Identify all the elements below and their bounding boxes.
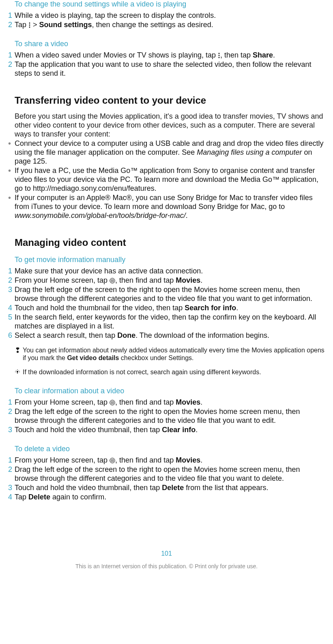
svg-point-8 — [112, 279, 113, 280]
step-text: Make sure that your device has an active… — [15, 267, 325, 275]
svg-point-41 — [113, 461, 114, 462]
step-row: 2 Drag the left edge of the screen to th… — [8, 407, 325, 425]
step-text: From your Home screen, tap , then find a… — [15, 456, 325, 465]
svg-point-36 — [111, 460, 112, 461]
svg-line-19 — [16, 370, 16, 371]
svg-point-31 — [113, 403, 114, 404]
step-number: 4 — [8, 303, 15, 312]
step-row: 1 From your Home screen, tap , then find… — [8, 398, 325, 407]
svg-line-20 — [19, 370, 19, 371]
paragraph: Before you start using the Movies applic… — [15, 112, 325, 139]
step-text: While a video is playing, tap the screen… — [15, 11, 325, 20]
step-number: 1 — [8, 456, 15, 465]
svg-point-28 — [113, 402, 114, 403]
step-number: 3 — [8, 285, 15, 303]
step-text: From your Home screen, tap , then find a… — [15, 276, 325, 285]
bullet-icon: • — [8, 139, 15, 166]
step-row: 2 From your Home screen, tap , then find… — [8, 276, 325, 285]
svg-point-25 — [113, 401, 114, 402]
step-number: 2 — [8, 20, 15, 29]
step-text: Touch and hold the video thumbnail, then… — [15, 425, 325, 434]
svg-point-26 — [111, 402, 112, 403]
svg-point-38 — [113, 460, 114, 461]
step-row: 4 Touch and hold the thumbnail for the v… — [8, 303, 325, 312]
step-number: 1 — [8, 51, 15, 60]
step-text: Tap > Sound settings, then change the se… — [15, 20, 325, 29]
step-text: Tap the application that you want to use… — [15, 60, 325, 78]
apps-grid-icon — [110, 400, 115, 405]
svg-point-24 — [112, 401, 113, 402]
svg-point-0 — [29, 23, 30, 24]
step-row: 2 Drag the left edge of the screen to th… — [8, 465, 325, 483]
note-row: ❢ You can get information about newly ad… — [15, 346, 325, 362]
svg-point-12 — [113, 280, 114, 281]
subheading-clearinfo: To clear information about a video — [15, 387, 325, 395]
step-row: 1 When a video saved under Movies or TV … — [8, 51, 325, 60]
bullet-text: If you have a PC, use the Media Go™ appl… — [15, 166, 325, 193]
step-text: Touch and hold the video thumbnail, then… — [15, 483, 325, 492]
page-number: 101 — [8, 550, 325, 557]
svg-point-5 — [219, 57, 220, 58]
step-number: 2 — [8, 276, 15, 285]
svg-point-34 — [112, 459, 113, 460]
step-row: 1 While a video is playing, tap the scre… — [8, 11, 325, 20]
lightbulb-icon — [15, 368, 23, 376]
step-text: Touch and hold the thumbnail for the vid… — [15, 303, 325, 312]
step-text: Select a search result, then tap Done. T… — [15, 331, 325, 340]
svg-rect-21 — [17, 373, 18, 373]
svg-point-40 — [112, 461, 113, 462]
step-text: Tap Delete again to confirm. — [15, 493, 325, 501]
step-number: 3 — [8, 425, 15, 434]
svg-point-30 — [112, 403, 113, 404]
heading-manage: Managing video content — [15, 237, 325, 248]
step-text: Drag the left edge of the screen to the … — [15, 285, 325, 303]
step-number: 1 — [8, 267, 15, 275]
svg-point-29 — [111, 403, 112, 404]
step-text: From your Home screen, tap , then find a… — [15, 398, 325, 407]
subheading-sound: To change the sound settings while a vid… — [15, 0, 325, 9]
step-row: 2 Tap the application that you want to u… — [8, 60, 325, 78]
svg-point-11 — [112, 280, 113, 281]
svg-point-33 — [111, 459, 112, 460]
step-row: 3 Touch and hold the video thumbnail, th… — [8, 425, 325, 434]
step-row: 1 Make sure that your device has an acti… — [8, 267, 325, 275]
svg-point-3 — [219, 53, 220, 54]
apps-grid-icon — [110, 458, 115, 463]
bullet-text: Connect your device to a computer using … — [15, 139, 325, 166]
step-number: 1 — [8, 398, 15, 407]
step-row: 3 Touch and hold the video thumbnail, th… — [8, 483, 325, 492]
exclamation-icon: ❢ — [15, 346, 23, 362]
subheading-delete: To delete a video — [15, 445, 325, 453]
bullet-row: • Connect your device to a computer usin… — [8, 139, 325, 166]
step-text: Drag the left edge of the screen to the … — [15, 407, 325, 425]
svg-point-39 — [111, 461, 112, 462]
bullet-row: • If your computer is an Apple® Mac®, yo… — [8, 193, 325, 220]
note-text: You can get information about newly adde… — [23, 346, 325, 362]
svg-point-37 — [112, 460, 113, 461]
svg-point-13 — [111, 281, 112, 282]
svg-point-4 — [219, 55, 220, 56]
svg-point-1 — [29, 25, 30, 26]
step-text: In the search field, enter keywords for … — [15, 313, 325, 331]
step-number: 1 — [8, 11, 15, 20]
bullet-row: • If you have a PC, use the Media Go™ ap… — [8, 166, 325, 193]
subheading-getinfo: To get movie information manually — [15, 256, 325, 264]
step-number: 2 — [8, 60, 15, 78]
step-number: 3 — [8, 483, 15, 492]
bullet-icon: • — [8, 166, 15, 193]
svg-point-15 — [113, 281, 114, 282]
svg-point-23 — [111, 401, 112, 402]
step-row: 1 From your Home screen, tap , then find… — [8, 456, 325, 465]
step-number: 2 — [8, 465, 15, 483]
footer-text: This is an Internet version of this publ… — [8, 563, 325, 569]
svg-point-7 — [111, 279, 112, 280]
tip-text: If the downloaded information is not cor… — [23, 368, 325, 376]
step-number: 4 — [8, 493, 15, 501]
step-row: 4 Tap Delete again to confirm. — [8, 493, 325, 501]
svg-point-2 — [29, 27, 30, 28]
step-row: 3 Drag the left edge of the screen to th… — [8, 285, 325, 303]
bullet-text: If your computer is an Apple® Mac®, you … — [15, 193, 325, 220]
tip-row: If the downloaded information is not cor… — [15, 368, 325, 376]
step-row: 6 Select a search result, then tap Done.… — [8, 331, 325, 340]
svg-point-35 — [113, 459, 114, 460]
